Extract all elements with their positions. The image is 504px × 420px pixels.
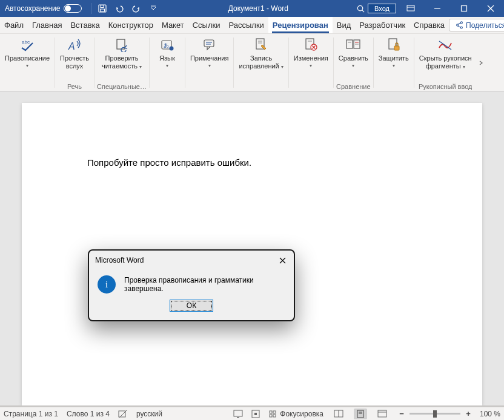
tab-mailings[interactable]: Рассылки	[224, 17, 268, 33]
svg-rect-32	[346, 40, 353, 48]
info-icon: i	[98, 275, 116, 294]
svg-point-4	[357, 5, 362, 10]
spelling-icon: abc	[19, 36, 36, 53]
document-text[interactable]: Попробуйте просто исправить ошибки.	[87, 157, 417, 168]
tab-view[interactable]: Вид	[333, 17, 356, 33]
qat-customize-icon[interactable]	[147, 2, 160, 15]
svg-rect-54	[357, 410, 363, 418]
tab-developer[interactable]: Разработчик	[355, 17, 409, 33]
share-button[interactable]: Поделиться	[449, 19, 504, 31]
compare-button[interactable]: Сравнить ▾	[336, 35, 371, 70]
autosave-toggle[interactable]	[64, 4, 82, 13]
svg-rect-21	[204, 40, 214, 47]
chevron-down-icon: ▾	[393, 63, 395, 68]
svg-rect-6	[407, 5, 414, 11]
dialog-close-button[interactable]	[277, 255, 288, 266]
ribbon-tabs: Файл Главная Вставка Конструктор Макет С…	[0, 17, 504, 34]
status-language[interactable]: русский	[136, 410, 162, 418]
tab-home[interactable]: Главная	[28, 17, 66, 33]
status-page[interactable]: Страница 1 из 1	[4, 410, 58, 418]
message-dialog: Microsoft Word i Проверка правописания и…	[88, 249, 295, 321]
tab-file[interactable]: Файл	[0, 17, 28, 33]
compare-icon	[345, 36, 362, 53]
hide-ink-button[interactable]: Скрыть рукописн фрагменты ▾	[417, 35, 474, 71]
maximize-icon[interactable]	[452, 0, 476, 17]
zoom-slider[interactable]	[409, 413, 460, 415]
zoom-out-button[interactable]: −	[397, 409, 406, 418]
read-mode-icon[interactable]	[332, 409, 345, 419]
zoom-in-button[interactable]: +	[464, 409, 472, 418]
svg-rect-42	[119, 411, 125, 417]
tab-layout[interactable]: Макет	[158, 17, 188, 33]
login-button[interactable]: Вход	[368, 4, 396, 13]
svg-rect-44	[234, 410, 242, 416]
status-display-settings-icon[interactable]	[233, 410, 243, 418]
svg-rect-1	[101, 5, 104, 8]
tab-help[interactable]: Справка	[409, 17, 449, 33]
comments-icon	[201, 36, 218, 53]
read-aloud-button[interactable]: A Прочесть вслух	[58, 35, 91, 71]
print-layout-icon[interactable]	[354, 409, 367, 419]
svg-text:あ: あ	[164, 42, 169, 48]
svg-point-14	[460, 27, 462, 28]
svg-text:A: A	[68, 41, 75, 51]
statusbar: Страница 1 из 1 Слово 1 из 4 русский Фок…	[0, 407, 504, 420]
zoom-control: − + 100 %	[397, 409, 500, 418]
ribbon-overflow[interactable]	[477, 34, 485, 91]
ribbon: abc Правописание ▾ A Прочесть вслух Речь…	[0, 34, 504, 92]
focus-mode-button[interactable]: Фокусировка	[268, 410, 323, 418]
dialog-title: Microsoft Word	[95, 256, 144, 264]
svg-text:abc: abc	[22, 39, 30, 45]
close-icon[interactable]	[479, 0, 503, 17]
svg-rect-50	[270, 415, 272, 417]
chevron-down-icon: ▾	[352, 63, 354, 68]
document-area: Попробуйте просто исправить ошибки. Micr…	[0, 92, 504, 405]
search-icon[interactable]	[356, 4, 365, 13]
zoom-value[interactable]: 100 %	[480, 410, 500, 418]
save-icon[interactable]	[96, 2, 109, 15]
web-layout-icon[interactable]	[376, 409, 389, 419]
dialog-ok-button[interactable]: ОК	[170, 300, 213, 312]
comments-button[interactable]: Примечания ▾	[188, 35, 231, 70]
language-button[interactable]: あ Язык ▾	[152, 35, 182, 70]
separator	[91, 3, 92, 14]
tab-references[interactable]: Ссылки	[188, 17, 225, 33]
ribbon-display-icon[interactable]	[399, 0, 423, 17]
status-spell-icon[interactable]	[118, 410, 128, 418]
svg-line-5	[362, 10, 364, 11]
protect-button[interactable]: Защитить ▾	[376, 35, 411, 70]
chevron-down-icon: ▾	[310, 63, 312, 68]
group-ink: Рукописный ввод	[419, 82, 472, 91]
chevron-down-icon: ▾	[26, 63, 28, 68]
svg-rect-51	[273, 415, 276, 417]
svg-rect-47	[254, 413, 257, 415]
accessibility-button[interactable]: Проверить читаемость ▾	[99, 35, 144, 71]
svg-rect-38	[394, 46, 399, 50]
svg-point-13	[457, 24, 459, 26]
tab-design[interactable]: Конструктор	[104, 17, 158, 33]
svg-rect-0	[99, 5, 106, 12]
svg-rect-57	[378, 410, 386, 417]
minimize-icon[interactable]	[425, 0, 449, 17]
status-words[interactable]: Слово 1 из 4	[67, 410, 110, 418]
titlebar: Автосохранение Документ1 - Word Вход	[0, 0, 504, 17]
window-title: Документ1 - Word	[160, 4, 356, 13]
svg-rect-2	[101, 9, 105, 11]
status-macro-icon[interactable]	[251, 410, 260, 418]
share-label: Поделиться	[466, 21, 504, 30]
group-accessibility: Специальные…	[97, 82, 147, 91]
tab-insert[interactable]: Вставка	[66, 17, 104, 33]
changes-icon	[302, 36, 319, 53]
tab-review[interactable]: Рецензирован	[268, 17, 333, 33]
accessibility-icon	[113, 36, 130, 53]
read-aloud-icon: A	[66, 36, 83, 53]
svg-rect-9	[462, 6, 467, 11]
undo-icon[interactable]	[113, 2, 126, 15]
track-changes-icon	[253, 36, 270, 53]
svg-rect-49	[273, 411, 276, 413]
track-changes-button[interactable]: Запись исправлений ▾	[236, 35, 285, 71]
changes-button[interactable]: Изменения ▾	[291, 35, 331, 70]
spelling-button[interactable]: abc Правописание ▾	[2, 35, 52, 70]
redo-icon[interactable]	[130, 2, 143, 15]
svg-rect-48	[270, 411, 272, 413]
